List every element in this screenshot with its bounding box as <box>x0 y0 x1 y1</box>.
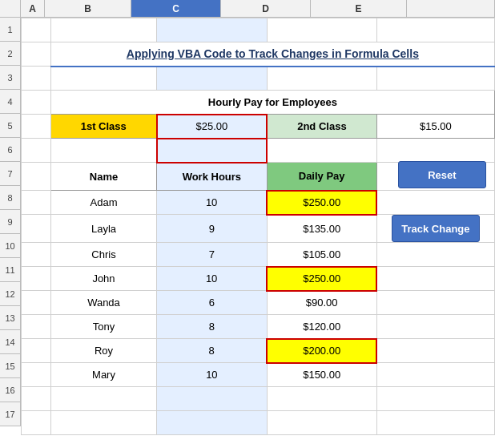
cell-c1[interactable] <box>157 18 267 42</box>
track-change-button[interactable]: Track Change <box>392 215 480 242</box>
cell-a11[interactable] <box>22 267 51 291</box>
row-header-10[interactable]: 10 <box>0 234 21 258</box>
cell-title[interactable]: Applying VBA Code to Track Changes in Fo… <box>50 42 494 67</box>
cell-d6[interactable] <box>267 139 376 163</box>
row-header-13[interactable]: 13 <box>0 306 21 330</box>
cell-d17[interactable] <box>267 411 376 435</box>
name-roy[interactable]: Roy <box>50 339 156 363</box>
col-header-e[interactable]: E <box>311 0 407 18</box>
row-header-2[interactable]: 2 <box>0 42 21 66</box>
hours-adam[interactable]: 10 <box>157 191 267 215</box>
hourly-pay-header[interactable]: Hourly Pay for Employees <box>50 91 494 115</box>
col-header-b[interactable]: B <box>45 0 131 18</box>
row-header-5[interactable]: 5 <box>0 114 21 138</box>
cell-e14[interactable] <box>376 339 494 363</box>
row-header-12[interactable]: 12 <box>0 282 21 306</box>
cell-a4[interactable] <box>22 91 51 115</box>
hours-roy[interactable]: 8 <box>157 339 267 363</box>
cell-c6[interactable] <box>157 139 267 163</box>
cell-a14[interactable] <box>22 339 51 363</box>
row-header-9[interactable]: 9 <box>0 210 21 234</box>
cell-e12[interactable] <box>376 291 494 315</box>
cell-e8[interactable] <box>376 191 494 215</box>
pay-mary[interactable]: $150.00 <box>267 363 376 387</box>
cell-e9[interactable]: Track Change <box>376 215 494 243</box>
row-header-8[interactable]: 8 <box>0 186 21 210</box>
cell-e10[interactable] <box>376 243 494 267</box>
row-header-6[interactable]: 6 <box>0 138 21 162</box>
cell-a13[interactable] <box>22 315 51 339</box>
col-header-rest[interactable] <box>407 0 495 18</box>
cell-a10[interactable] <box>22 243 51 267</box>
cell-e7[interactable]: Reset <box>376 163 494 191</box>
class1-label[interactable]: 1st Class <box>50 115 156 139</box>
cell-e15[interactable] <box>376 363 494 387</box>
row-header-7[interactable]: 7 <box>0 162 21 186</box>
cell-e13[interactable] <box>376 315 494 339</box>
pay-layla[interactable]: $135.00 <box>267 215 376 243</box>
cell-a3[interactable] <box>22 67 51 91</box>
header-name[interactable]: Name <box>50 163 156 191</box>
name-mary[interactable]: Mary <box>50 363 156 387</box>
hours-wanda[interactable]: 6 <box>157 291 267 315</box>
name-layla[interactable]: Layla <box>50 215 156 243</box>
name-chris[interactable]: Chris <box>50 243 156 267</box>
header-work-hours[interactable]: Work Hours <box>157 163 267 191</box>
cell-a8[interactable] <box>22 191 51 215</box>
col-header-a[interactable]: A <box>21 0 45 18</box>
row-header-14[interactable]: 14 <box>0 330 21 354</box>
row-header-11[interactable]: 11 <box>0 258 21 282</box>
cell-a5[interactable] <box>22 115 51 139</box>
cell-d1[interactable] <box>267 18 376 42</box>
name-adam[interactable]: Adam <box>50 191 156 215</box>
hours-tony[interactable]: 8 <box>157 315 267 339</box>
name-tony[interactable]: Tony <box>50 315 156 339</box>
cell-e6[interactable] <box>376 139 494 163</box>
cell-a16[interactable] <box>22 387 51 411</box>
cell-d3[interactable] <box>267 67 376 91</box>
cell-d16[interactable] <box>267 387 376 411</box>
col-header-d[interactable]: D <box>221 0 311 18</box>
pay-tony[interactable]: $120.00 <box>267 315 376 339</box>
class2-label[interactable]: 2nd Class <box>267 115 376 139</box>
cell-a9[interactable] <box>22 215 51 243</box>
class1-value[interactable]: $25.00 <box>157 115 267 139</box>
reset-button[interactable]: Reset <box>398 161 486 188</box>
pay-adam[interactable]: $250.00 <box>267 191 376 215</box>
name-wanda[interactable]: Wanda <box>50 291 156 315</box>
pay-wanda[interactable]: $90.00 <box>267 291 376 315</box>
hours-chris[interactable]: 7 <box>157 243 267 267</box>
hours-john[interactable]: 10 <box>157 267 267 291</box>
cell-c3[interactable] <box>157 67 267 91</box>
cell-a6[interactable] <box>22 139 51 163</box>
cell-a2[interactable] <box>22 42 51 67</box>
cell-b16[interactable] <box>50 387 156 411</box>
cell-b17[interactable] <box>50 411 156 435</box>
row-header-3[interactable]: 3 <box>0 66 21 90</box>
cell-a15[interactable] <box>22 363 51 387</box>
cell-c16[interactable] <box>157 387 267 411</box>
row-header-15[interactable]: 15 <box>0 354 21 378</box>
row-header-17[interactable]: 17 <box>0 402 21 426</box>
name-john[interactable]: John <box>50 267 156 291</box>
pay-chris[interactable]: $105.00 <box>267 243 376 267</box>
cell-e3[interactable] <box>376 67 494 91</box>
cell-b3[interactable] <box>50 67 156 91</box>
class2-value[interactable]: $15.00 <box>376 115 494 139</box>
row-header-1[interactable]: 1 <box>0 18 21 42</box>
cell-e16[interactable] <box>376 387 494 411</box>
hours-mary[interactable]: 10 <box>157 363 267 387</box>
cell-e17[interactable] <box>376 411 494 435</box>
pay-john[interactable]: $250.00 <box>267 267 376 291</box>
cell-e11[interactable] <box>376 267 494 291</box>
row-header-16[interactable]: 16 <box>0 378 21 402</box>
cell-e1[interactable] <box>376 18 494 42</box>
cell-a7[interactable] <box>22 163 51 191</box>
cell-a17[interactable] <box>22 411 51 435</box>
cell-b1[interactable] <box>50 18 156 42</box>
cell-b6[interactable] <box>50 139 156 163</box>
cell-a12[interactable] <box>22 291 51 315</box>
header-daily-pay[interactable]: Daily Pay <box>267 163 376 191</box>
col-header-c[interactable]: C <box>131 0 221 18</box>
cell-a1[interactable] <box>22 18 51 42</box>
